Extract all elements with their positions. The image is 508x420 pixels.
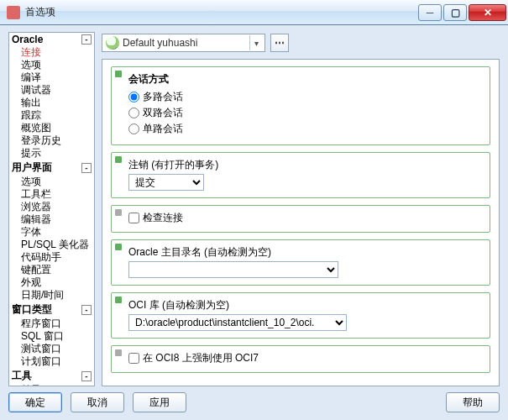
sidebar-item[interactable]: 跟踪 bbox=[9, 109, 94, 122]
sidebar-item[interactable]: 编译 bbox=[9, 71, 94, 84]
preferences-tree[interactable]: Oracle-连接选项编译调试器输出跟踪概览图登录历史提示用户界面-选项工具栏浏… bbox=[8, 32, 95, 386]
title-bar: 首选项 ─ ▢ ✕ bbox=[0, 0, 508, 25]
oci-lib-select[interactable]: D:\oracle\product\instantclient_10_2\oci… bbox=[128, 314, 347, 331]
sidebar-category[interactable]: 窗口类型- bbox=[9, 302, 94, 318]
oracle-home-label: Oracle 主目录名 (自动检测为空) bbox=[128, 245, 483, 260]
help-button[interactable]: 帮助 bbox=[446, 392, 500, 412]
logoff-group: 注销 (有打开的事务) 提交 bbox=[111, 152, 490, 198]
ok-button[interactable]: 确定 bbox=[8, 392, 62, 412]
dialog-buttons: 确定 取消 应用 帮助 bbox=[8, 386, 500, 413]
oci-lib-group: OCI 库 (自动检测为空) D:\oracle\product\instant… bbox=[111, 292, 490, 339]
settings-panel: 会话方式 多路会话双路会话单路会话 注销 (有打开的事务) 提交 bbox=[102, 59, 500, 386]
profile-label: Default yuhuashi bbox=[123, 37, 249, 49]
session-radio[interactable] bbox=[128, 123, 139, 134]
sidebar-item[interactable]: 提示 bbox=[9, 147, 94, 160]
sidebar-category[interactable]: 用户界面- bbox=[9, 160, 94, 176]
sidebar-item[interactable]: 计划窗口 bbox=[9, 355, 94, 368]
sidebar-item[interactable]: 选项 bbox=[9, 176, 94, 188]
window-title: 首选项 bbox=[25, 5, 416, 19]
oracle-home-select[interactable] bbox=[128, 261, 338, 278]
collapse-icon[interactable]: - bbox=[81, 34, 92, 45]
sidebar-item[interactable]: 输出 bbox=[9, 97, 94, 109]
sidebar-item[interactable]: 连接 bbox=[9, 46, 94, 59]
sidebar-item[interactable]: 工具栏 bbox=[9, 188, 94, 201]
sidebar-item[interactable]: 编辑器 bbox=[9, 213, 94, 226]
session-radio-label: 多路会话 bbox=[143, 90, 183, 104]
session-radio-label: 单路会话 bbox=[143, 122, 183, 136]
check-connection-group: 检查连接 bbox=[111, 205, 490, 233]
sidebar-item[interactable]: 日期/时间 bbox=[9, 289, 94, 302]
sidebar-item[interactable]: 字体 bbox=[9, 226, 94, 239]
sidebar-category[interactable]: Oracle- bbox=[9, 33, 94, 46]
logoff-label: 注销 (有打开的事务) bbox=[128, 158, 483, 172]
sidebar-item[interactable]: 登录历史 bbox=[9, 134, 94, 147]
sidebar-item[interactable]: 测试窗口 bbox=[9, 343, 94, 355]
oci-lib-label: OCI 库 (自动检测为空) bbox=[128, 298, 483, 312]
profile-more-button[interactable]: ⋯ bbox=[270, 34, 289, 52]
group-marker-icon bbox=[115, 297, 122, 303]
check-connection-checkbox[interactable] bbox=[128, 213, 139, 223]
group-marker-icon bbox=[115, 156, 122, 163]
close-button[interactable]: ✕ bbox=[469, 4, 506, 21]
group-marker-icon bbox=[115, 244, 122, 250]
sidebar-item[interactable]: 调试器 bbox=[9, 84, 94, 97]
session-mode-title: 会话方式 bbox=[128, 72, 483, 87]
chevron-down-icon[interactable] bbox=[249, 35, 263, 50]
sidebar-item[interactable]: 键配置 bbox=[9, 264, 94, 276]
sidebar-item[interactable]: 浏览器 bbox=[9, 201, 94, 213]
profile-icon bbox=[106, 36, 119, 50]
sidebar-item[interactable]: 概览图 bbox=[9, 122, 94, 134]
apply-button[interactable]: 应用 bbox=[133, 392, 186, 412]
sidebar-item[interactable]: 选项 bbox=[9, 59, 94, 71]
sidebar-item[interactable]: 程序窗口 bbox=[9, 318, 94, 330]
force-oci7-label: 在 OCI8 上强制使用 OCI7 bbox=[143, 351, 259, 365]
app-icon bbox=[7, 6, 20, 19]
sidebar-item[interactable]: 外观 bbox=[9, 276, 94, 289]
group-marker-icon bbox=[115, 349, 122, 356]
force-oci7-checkbox[interactable] bbox=[128, 353, 139, 364]
group-marker-icon bbox=[115, 71, 122, 77]
session-radio[interactable] bbox=[128, 92, 139, 102]
check-connection-label: 检查连接 bbox=[143, 211, 183, 225]
sidebar-item[interactable]: 代码助手 bbox=[9, 251, 94, 264]
session-mode-group: 会话方式 多路会话双路会话单路会话 bbox=[111, 66, 490, 145]
cancel-button[interactable]: 取消 bbox=[71, 392, 124, 412]
oracle-home-group: Oracle 主目录名 (自动检测为空) bbox=[111, 239, 490, 286]
collapse-icon[interactable]: - bbox=[81, 305, 92, 315]
sidebar-category[interactable]: 工具- bbox=[9, 368, 94, 384]
minimize-button[interactable]: ─ bbox=[418, 4, 442, 21]
collapse-icon[interactable]: - bbox=[81, 163, 92, 173]
sidebar-item[interactable]: PL/SQL 美化器 bbox=[9, 239, 94, 251]
force-oci7-group: 在 OCI8 上强制使用 OCI7 bbox=[111, 345, 490, 373]
sidebar-item[interactable]: 差异 bbox=[9, 384, 94, 386]
session-radio-label: 双路会话 bbox=[143, 106, 183, 120]
sidebar-item[interactable]: SQL 窗口 bbox=[9, 330, 94, 343]
session-radio[interactable] bbox=[128, 108, 139, 118]
logoff-select[interactable]: 提交 bbox=[128, 174, 204, 191]
collapse-icon[interactable]: - bbox=[81, 371, 92, 381]
profile-combo[interactable]: Default yuhuashi bbox=[102, 34, 265, 52]
maximize-button[interactable]: ▢ bbox=[443, 4, 467, 21]
group-marker-icon bbox=[115, 209, 122, 216]
